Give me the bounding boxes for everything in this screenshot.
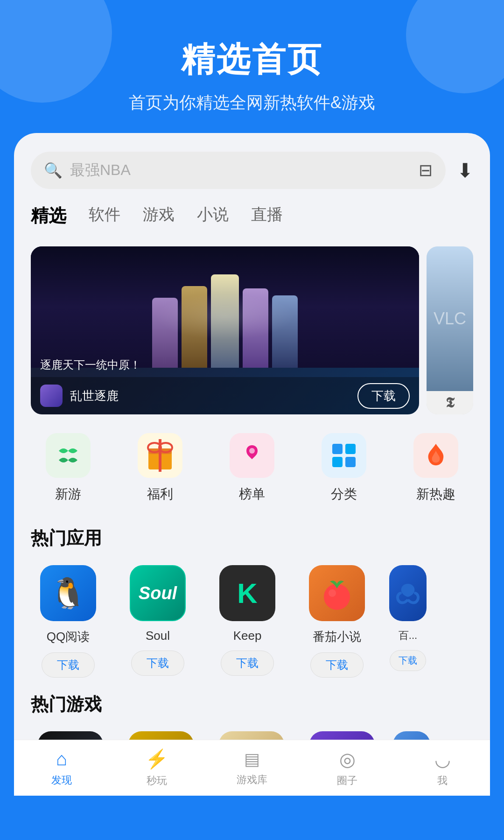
scan-icon[interactable]: ⊟ [419,161,433,180]
banner-side[interactable]: VLC 𝕿 [427,246,473,414]
banner-wrap: 逐鹿天下一统中原！ 乱世逐鹿 下载 VLC 𝕿 [14,246,490,414]
nav-discover[interactable]: ⌂ 发现 [14,740,109,796]
category-welfare-label: 福利 [147,485,173,503]
search-icon: 🔍 [44,161,63,179]
nav-instant-play-icon: ⚡ [145,748,168,770]
banner-tagline: 逐鹿天下一统中原！ [40,357,141,372]
category-classify-label: 分类 [331,485,357,503]
app-item-keep: K Keep 下载 [210,565,285,678]
page-subtitle: 首页为你精选全网新热软件&游戏 [0,91,504,114]
svg-point-5 [249,448,255,454]
category-welfare-icon [138,433,182,478]
banner-app-name: 乱世逐鹿 [70,388,350,404]
download-btn-qq-read[interactable]: 下载 [42,652,95,678]
banner-side-image: VLC [427,246,473,391]
banner-main[interactable]: 逐鹿天下一统中原！ 乱世逐鹿 下载 [31,246,419,414]
app-icon-soul: Soul [130,565,186,621]
category-trending-icon [413,433,458,478]
app-icon-qq-read: 🐧 [40,565,96,621]
hot-apps-title: 热门应用 [31,526,473,550]
search-input[interactable]: 最强NBA [70,160,411,181]
download-btn-fq[interactable]: 下载 [310,652,364,678]
search-bar[interactable]: 🔍 最强NBA ⊟ [31,152,446,189]
download-btn-soul[interactable]: 下载 [131,651,184,676]
category-ranking[interactable]: 榜单 [215,433,289,503]
nav-tabs: 精选 软件 游戏 小说 直播 [14,204,490,231]
category-welfare[interactable]: 福利 [123,433,197,503]
category-new-games[interactable]: 新游 [31,433,105,503]
tab-featured[interactable]: 精选 [31,204,66,231]
nav-instant-play[interactable]: ⚡ 秒玩 [109,740,204,796]
svg-rect-6 [332,444,343,454]
category-row: 新游 福利 榜单 [14,433,490,503]
tab-games[interactable]: 游戏 [143,204,175,231]
download-manager-icon[interactable]: ⬇ [457,159,473,182]
banner-download-button[interactable]: 下载 [357,383,410,409]
hot-games-title: 热门游戏 [31,693,473,716]
category-classify[interactable]: 分类 [307,433,381,503]
svg-rect-7 [345,444,356,454]
category-classify-icon [322,433,366,478]
keep-k: K [237,577,257,609]
svg-rect-9 [345,457,356,467]
hot-apps-section: 热门应用 🐧 QQ阅读 下载 Soul Soul 下载 [14,526,490,678]
nav-community[interactable]: ◎ 圈子 [300,740,395,796]
category-trending-label: 新热趣 [416,485,455,503]
app-name-keep: Keep [233,629,262,643]
nav-community-icon: ◎ [339,749,356,770]
category-new-games-icon [46,433,91,478]
banner-app-icon [40,385,63,407]
app-name-fq: 番茄小说 [313,629,361,645]
app-name-qq-read: QQ阅读 [47,629,90,645]
tab-novels[interactable]: 小说 [197,204,229,231]
nav-game-library-label: 游戏库 [237,773,267,787]
category-ranking-icon [230,433,274,478]
tab-software[interactable]: 软件 [89,204,120,231]
main-card: 🔍 最强NBA ⊟ ⬇ 精选 软件 游戏 小说 直播 [14,133,490,796]
nav-game-library[interactable]: ▤ 游戏库 [204,740,300,796]
app-row: 🐧 QQ阅读 下载 Soul Soul 下载 K Keep 下 [31,565,473,678]
app-item-baidu: 百... 下载 [389,565,427,678]
nav-instant-play-label: 秒玩 [147,774,167,788]
svg-rect-8 [332,457,343,467]
nav-discover-icon: ⌂ [56,749,67,770]
app-item-fq: 番茄小说 下载 [300,565,374,678]
banner-side-label: 𝕿 [427,391,473,414]
nav-game-library-icon: ▤ [244,749,260,769]
download-btn-keep[interactable]: 下载 [221,651,274,676]
bottom-nav: ⌂ 发现 ⚡ 秒玩 ▤ 游戏库 ◎ 圈子 ◡ 我 [14,740,490,796]
nav-profile[interactable]: ◡ 我 [395,740,490,796]
header: 精选首页 首页为你精选全网新热软件&游戏 [0,0,504,133]
app-name-baidu: 百... [399,629,417,643]
app-icon-baidu [389,565,427,621]
app-item-soul: Soul Soul 下载 [120,565,195,678]
soul-text: Soul [139,583,177,603]
category-ranking-label: 榜单 [239,485,265,503]
nav-profile-label: 我 [437,774,448,788]
nav-profile-icon: ◡ [434,749,451,770]
app-icon-keep: K [219,565,275,621]
download-btn-baidu[interactable]: 下载 [390,650,426,671]
app-icon-fq [309,565,365,621]
banner-artwork [31,246,419,368]
category-trending[interactable]: 新热趣 [399,433,473,503]
svg-point-11 [329,589,336,597]
banner-bottom-bar: 乱世逐鹿 下载 [31,377,419,414]
app-name-soul: Soul [146,629,170,643]
nav-community-label: 圈子 [337,774,357,788]
nav-discover-label: 发现 [51,773,72,787]
search-row: 🔍 最强NBA ⊟ ⬇ [14,152,490,189]
category-new-games-label: 新游 [55,485,81,503]
app-item-qq-read: 🐧 QQ阅读 下载 [31,565,105,678]
page-title: 精选首页 [0,37,504,82]
tab-live[interactable]: 直播 [251,204,283,231]
